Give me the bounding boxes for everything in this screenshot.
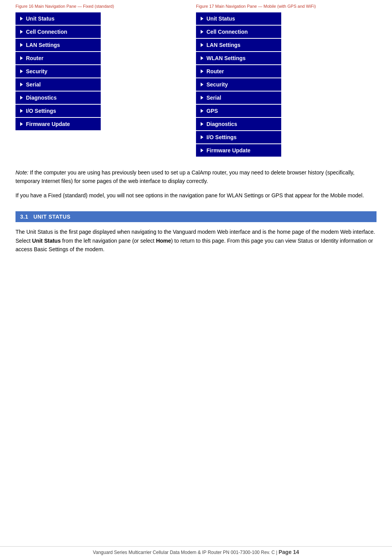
figure17-block: Figure 17 Main Navigation Pane — Mobile … (196, 4, 377, 157)
nav-arrow-icon (20, 109, 23, 113)
nav-arrow-icon (201, 30, 203, 34)
paragraph2: If you have a Fixed (standard) model, yo… (15, 191, 377, 200)
nav-item-label: Diagnostics (26, 95, 57, 101)
nav16-item[interactable]: Diagnostics (15, 91, 101, 104)
paragraph3-bold1: Unit Status (32, 238, 61, 244)
nav-item-label: I/O Settings (206, 134, 237, 140)
nav-arrow-icon (201, 148, 203, 152)
nav16-item[interactable]: Firmware Update (15, 118, 101, 130)
nav-arrow-icon (201, 17, 203, 21)
page-footer: Vanguard Series Multicarrier Cellular Da… (0, 546, 392, 555)
nav-item-label: Firmware Update (206, 147, 251, 154)
nav-item-label: GPS (206, 108, 218, 114)
nav-arrow-icon (201, 109, 203, 113)
nav17-item[interactable]: LAN Settings (196, 39, 281, 51)
section-number: 3.1 (20, 214, 28, 220)
nav17-item[interactable]: Router (196, 65, 281, 78)
nav16-item[interactable]: I/O Settings (15, 105, 101, 117)
nav-arrow-icon (201, 83, 203, 86)
nav17-item[interactable]: WLAN Settings (196, 52, 281, 64)
note-body: If the computer you are using has previo… (15, 169, 354, 184)
nav-arrow-icon (20, 30, 23, 34)
nav-arrow-icon (20, 122, 23, 126)
nav17-item[interactable]: Cell Connection (196, 26, 281, 38)
nav-item-label: Security (26, 68, 47, 74)
figure16-nav-menu: Unit StatusCell ConnectionLAN SettingsRo… (15, 12, 101, 130)
nav-item-label: Cell Connection (26, 29, 67, 35)
nav-item-label: Serial (206, 95, 221, 101)
figure16-caption: Figure 16 Main Navigation Pane — Fixed (… (15, 4, 114, 9)
figure16-block: Figure 16 Main Navigation Pane — Fixed (… (15, 4, 196, 157)
nav-arrow-icon (20, 43, 23, 47)
nav-arrow-icon (201, 56, 203, 60)
nav16-item[interactable]: Router (15, 52, 101, 64)
nav17-item[interactable]: Firmware Update (196, 144, 281, 157)
nav17-item[interactable]: Serial (196, 91, 281, 104)
nav-arrow-icon (20, 83, 23, 86)
nav-item-label: LAN Settings (26, 42, 60, 48)
footer-page-num: Page 14 (279, 549, 299, 555)
nav-item-label: WLAN Settings (206, 55, 246, 61)
nav-item-label: Router (26, 55, 43, 61)
nav-arrow-icon (201, 96, 203, 100)
nav16-item[interactable]: Cell Connection (15, 26, 101, 38)
nav-item-label: Cell Connection (206, 29, 248, 35)
nav-item-label: LAN Settings (206, 42, 241, 48)
section-divider: 3.1 UNIT STATUS (15, 211, 377, 222)
nav-item-label: I/O Settings (26, 108, 56, 114)
nav16-item[interactable]: Security (15, 65, 101, 78)
nav-arrow-icon (20, 96, 23, 100)
nav-item-label: Unit Status (206, 16, 235, 22)
nav-arrow-icon (201, 69, 203, 73)
nav17-item[interactable]: Diagnostics (196, 118, 281, 130)
nav-arrow-icon (20, 17, 23, 21)
paragraph3-part2: from the left navigation pane (or select (61, 238, 156, 244)
nav-arrow-icon (201, 122, 203, 126)
nav16-item[interactable]: LAN Settings (15, 39, 101, 51)
nav17-item[interactable]: GPS (196, 105, 281, 117)
nav-item-label: Diagnostics (206, 121, 237, 127)
paragraph3-bold2: Home (156, 238, 171, 244)
nav17-item[interactable]: Security (196, 78, 281, 91)
figure17-nav-menu: Unit StatusCell ConnectionLAN SettingsWL… (196, 12, 281, 157)
nav16-item[interactable]: Serial (15, 78, 101, 91)
figures-row: Figure 16 Main Navigation Pane — Fixed (… (15, 4, 377, 157)
figure17-caption: Figure 17 Main Navigation Pane — Mobile … (196, 4, 316, 9)
nav17-item[interactable]: Unit Status (196, 12, 281, 25)
footer-text: Vanguard Series Multicarrier Cellular Da… (93, 550, 275, 555)
note-label: Note: (15, 169, 28, 176)
nav-arrow-icon (201, 135, 203, 139)
nav16-item[interactable]: Unit Status (15, 12, 101, 25)
nav-arrow-icon (20, 56, 23, 60)
note-paragraph: Note: If the computer you are using has … (15, 168, 377, 186)
nav-arrow-icon (20, 69, 23, 73)
nav17-item[interactable]: I/O Settings (196, 131, 281, 143)
nav-item-label: Firmware Update (26, 121, 70, 127)
nav-item-label: Security (206, 81, 228, 88)
nav-item-label: Serial (26, 81, 41, 88)
nav-item-label: Unit Status (26, 16, 55, 22)
section-title: UNIT STATUS (33, 214, 70, 220)
nav-arrow-icon (201, 43, 203, 47)
paragraph3: The Unit Status is the first page displa… (15, 228, 377, 254)
nav-item-label: Router (206, 68, 224, 74)
